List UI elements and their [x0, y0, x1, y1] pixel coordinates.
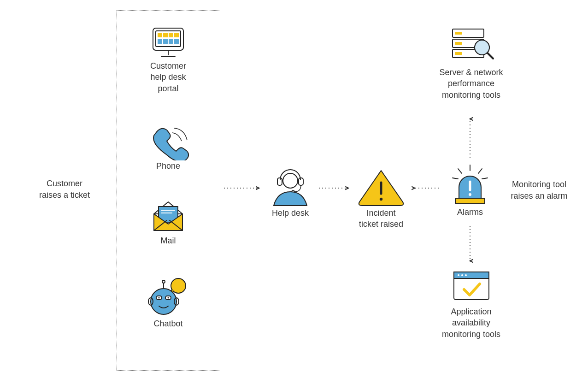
svg-point-18	[162, 280, 165, 283]
server-magnifier-icon	[429, 25, 514, 67]
svg-rect-4	[169, 33, 173, 37]
channel-mail: Mail	[138, 198, 198, 246]
node-alarms-label: Alarms	[442, 207, 498, 218]
channel-mail-label: Mail	[138, 235, 198, 246]
channel-phone: Phone	[138, 124, 198, 171]
node-helpdesk: Help desk	[263, 166, 318, 219]
svg-point-53	[465, 274, 467, 276]
svg-rect-27	[299, 178, 303, 185]
svg-rect-9	[174, 39, 179, 44]
svg-rect-6	[158, 39, 162, 44]
svg-point-38	[469, 193, 471, 196]
svg-point-29	[283, 173, 298, 188]
svg-point-25	[168, 297, 169, 299]
chatbot-icon	[138, 277, 198, 318]
channel-portal: Customerhelp deskportal	[138, 25, 198, 94]
svg-point-24	[159, 297, 160, 299]
mail-icon	[138, 198, 198, 235]
node-server-monitoring: Server & networkperformancemonitoring to…	[429, 25, 514, 100]
channel-phone-label: Phone	[138, 160, 198, 171]
diagram-canvas: Customerraises a ticket Customerhelp des…	[0, 0, 588, 378]
monitor-icon	[138, 25, 198, 60]
svg-rect-7	[163, 39, 168, 44]
node-helpdesk-label: Help desk	[263, 207, 318, 219]
svg-point-19	[151, 289, 176, 314]
svg-rect-3	[163, 33, 168, 37]
svg-line-35	[453, 178, 458, 179]
siren-icon	[442, 162, 498, 207]
svg-rect-8	[169, 39, 173, 44]
svg-rect-45	[455, 52, 462, 55]
svg-rect-43	[455, 32, 462, 35]
svg-rect-2	[158, 33, 162, 37]
svg-point-51	[458, 274, 459, 276]
browser-check-icon	[429, 267, 514, 306]
channel-portal-label: Customerhelp deskportal	[138, 60, 198, 94]
svg-line-33	[458, 169, 462, 173]
svg-rect-5	[174, 33, 179, 37]
caption-customer-raises-ticket: Customerraises a ticket	[28, 178, 101, 201]
svg-line-34	[478, 169, 482, 173]
node-server-monitoring-label: Server & networkperformancemonitoring to…	[429, 67, 514, 100]
channel-chatbot: Chatbot	[138, 277, 198, 329]
node-app-monitoring: Applicationavailabilitymonitoring tools	[429, 267, 514, 340]
svg-point-52	[461, 274, 463, 276]
svg-point-31	[380, 198, 382, 201]
svg-line-48	[488, 53, 493, 59]
node-app-monitoring-label: Applicationavailabilitymonitoring tools	[429, 306, 514, 340]
phone-icon	[138, 124, 198, 160]
channel-chatbot-label: Chatbot	[138, 318, 198, 329]
caption-monitoring-raises-alarm: Monitoring toolraises an alarm	[502, 179, 576, 202]
svg-rect-44	[455, 42, 462, 45]
node-alarms: Alarms	[442, 162, 498, 218]
helpdesk-agent-icon	[263, 166, 318, 207]
svg-rect-26	[277, 178, 282, 185]
svg-line-36	[482, 178, 488, 179]
node-incident-label: Incidentticket raised	[347, 207, 416, 230]
warning-triangle-icon	[347, 167, 416, 207]
node-incident: Incidentticket raised	[347, 167, 416, 230]
svg-rect-39	[455, 198, 485, 204]
